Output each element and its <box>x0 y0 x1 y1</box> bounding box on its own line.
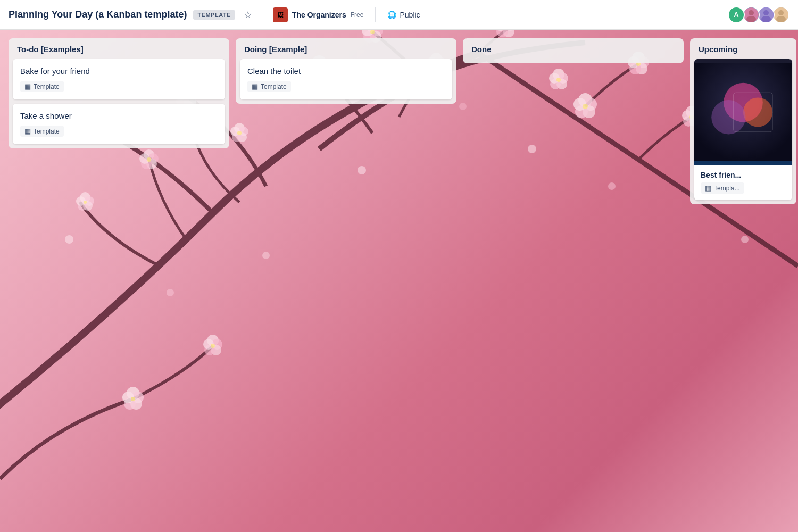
svg-point-109 <box>763 10 769 15</box>
template-icon-3: ▦ <box>252 82 258 90</box>
column-doing-body: Clean the toilet ▦ Template <box>236 59 456 104</box>
card-shower-title: Take a shower <box>20 110 218 121</box>
card-take-shower[interactable]: Take a shower ▦ Template <box>13 104 225 144</box>
svg-point-107 <box>746 16 756 22</box>
column-upcoming: Upcoming <box>690 38 796 204</box>
board-title: Planning Your Day (a Kanban template) <box>9 9 187 20</box>
column-done-header: Done <box>463 38 684 59</box>
column-upcoming-header: Upcoming <box>690 38 796 59</box>
avatar-1[interactable] <box>743 6 760 23</box>
column-done: Done <box>463 38 684 63</box>
workspace-button[interactable]: 🖼 The Organizers Free <box>268 5 369 24</box>
workspace-icon: 🖼 <box>273 7 288 22</box>
card-clean-toilet[interactable]: Clean the toilet ▦ Template <box>240 59 452 99</box>
card-best-friend-badge[interactable]: ▦ Templa... <box>701 182 744 194</box>
svg-point-106 <box>749 10 754 15</box>
avatar-group: A <box>728 6 789 23</box>
card-best-friend-title: Best frien... <box>701 171 786 179</box>
card-toilet-title: Clean the toilet <box>247 65 445 77</box>
svg-point-117 <box>711 100 745 134</box>
column-todo: To-do [Examples] Bake for your friend ▦ … <box>9 38 229 148</box>
column-done-body <box>463 59 684 63</box>
card-shower-badge-label: Template <box>34 128 60 135</box>
card-bake-badge[interactable]: ▦ Template <box>20 81 64 92</box>
star-button[interactable]: ☆ <box>242 7 254 23</box>
card-bake-badge-label: Template <box>34 83 60 90</box>
card-toilet-badge-label: Template <box>261 83 287 90</box>
column-todo-header: To-do [Examples] <box>9 38 229 59</box>
avatar-2[interactable] <box>758 6 775 23</box>
workspace-name: The Organizers <box>292 11 346 19</box>
svg-point-110 <box>761 16 771 22</box>
template-badge: TEMPLATE <box>193 10 235 20</box>
workspace-free-label: Free <box>351 11 364 19</box>
card-bake-for-friend[interactable]: Bake for your friend ▦ Template <box>13 59 225 99</box>
column-todo-body: Bake for your friend ▦ Template Take a s… <box>9 59 229 148</box>
header: Planning Your Day (a Kanban template) TE… <box>0 0 798 30</box>
star-icon: ☆ <box>244 9 252 21</box>
card-best-friend-badge-label: Templa... <box>714 185 740 192</box>
svg-point-112 <box>778 10 784 15</box>
template-icon: ▦ <box>24 82 31 90</box>
visibility-button[interactable]: 🌐 Public <box>382 9 425 21</box>
card-bake-title: Bake for your friend <box>20 65 218 77</box>
avatar-0[interactable]: A <box>728 6 745 23</box>
avatar-3[interactable] <box>772 6 789 23</box>
visibility-label: Public <box>400 11 420 19</box>
template-icon-2: ▦ <box>24 127 31 135</box>
svg-point-116 <box>743 97 772 127</box>
column-doing-header: Doing [Example] <box>236 38 456 59</box>
card-shower-badge[interactable]: ▦ Template <box>20 126 64 137</box>
globe-icon: 🌐 <box>387 11 396 19</box>
card-best-friend-image <box>694 59 792 165</box>
card-best-friend[interactable]: Best frien... ▦ Templa... <box>694 59 792 200</box>
kanban-board: To-do [Examples] Bake for your friend ▦ … <box>0 30 798 532</box>
column-doing: Doing [Example] Clean the toilet ▦ Templ… <box>236 38 456 104</box>
header-divider <box>261 7 261 22</box>
card-toilet-badge[interactable]: ▦ Template <box>247 81 291 92</box>
card-best-friend-body: Best frien... ▦ Templa... <box>694 165 792 200</box>
template-icon-4: ▦ <box>705 184 711 192</box>
svg-point-113 <box>776 16 786 22</box>
header-divider-2 <box>375 7 376 22</box>
